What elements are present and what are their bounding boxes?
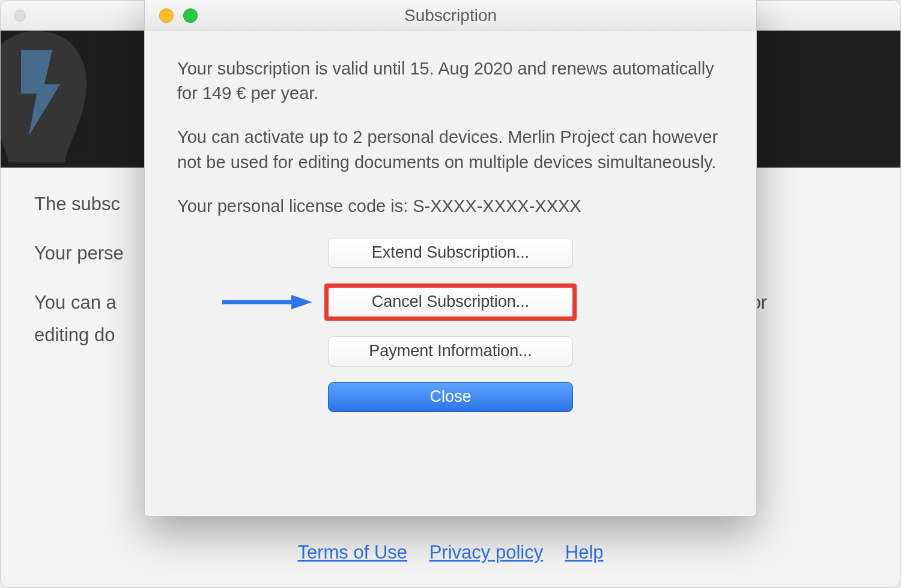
device-limit-text: You can activate up to 2 personal device… bbox=[177, 125, 724, 174]
app-logo-icon bbox=[1, 31, 115, 168]
subscription-validity-text: Your subscription is valid until 15. Aug… bbox=[177, 56, 724, 106]
cancel-subscription-button[interactable]: Cancel Subscription... bbox=[328, 287, 573, 317]
privacy-policy-link[interactable]: Privacy policy bbox=[429, 542, 544, 563]
license-code-text: Your personal license code is: S-XXXX-XX… bbox=[177, 194, 724, 219]
subscription-sheet: Subscription Your subscription is valid … bbox=[144, 0, 757, 517]
svg-marker-1 bbox=[291, 295, 312, 309]
payment-information-button[interactable]: Payment Information... bbox=[328, 336, 573, 366]
close-button[interactable]: Close bbox=[328, 382, 573, 412]
annotation-arrow-icon bbox=[222, 293, 312, 311]
sheet-title: Subscription bbox=[145, 6, 756, 25]
button-stack: Extend Subscription... Cancel Subscripti… bbox=[177, 238, 724, 412]
terms-of-use-link[interactable]: Terms of Use bbox=[297, 542, 407, 563]
help-link[interactable]: Help bbox=[565, 542, 604, 563]
background-traffic-lights bbox=[14, 10, 26, 22]
cancel-highlight-box: Cancel Subscription... bbox=[324, 283, 577, 321]
traffic-dot-disabled bbox=[14, 10, 26, 22]
sheet-body: Your subscription is valid until 15. Aug… bbox=[145, 31, 756, 516]
sheet-titlebar: Subscription bbox=[145, 0, 756, 31]
extend-subscription-button[interactable]: Extend Subscription... bbox=[328, 238, 573, 268]
footer-links: Terms of Use Privacy policy Help bbox=[1, 542, 900, 563]
